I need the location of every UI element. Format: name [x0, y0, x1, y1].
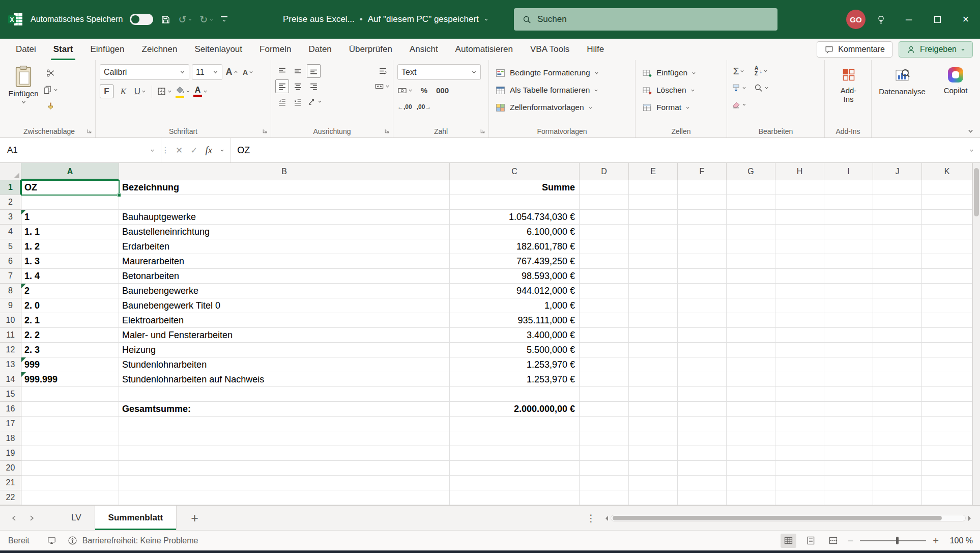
cell-F17[interactable] — [678, 417, 727, 431]
clear-button[interactable] — [731, 98, 746, 112]
copilot-button[interactable]: Copilot — [936, 64, 975, 95]
maximize-button[interactable] — [923, 0, 952, 39]
fill-handle[interactable] — [117, 193, 121, 197]
cell-I22[interactable] — [824, 490, 873, 505]
cell-D19[interactable] — [580, 446, 629, 461]
ribbon-tab-überprüfen[interactable]: Überprüfen — [340, 39, 401, 60]
select-all-corner[interactable] — [0, 163, 21, 180]
cell-B16[interactable]: Gesamtsumme: — [119, 402, 450, 417]
cell-B2[interactable] — [119, 195, 450, 210]
cell-E8[interactable] — [629, 284, 678, 298]
cell-J7[interactable] — [873, 269, 922, 284]
cell-G10[interactable] — [727, 313, 775, 328]
cell-K17[interactable] — [922, 417, 972, 431]
cell-K16[interactable] — [922, 402, 972, 417]
cell-H12[interactable] — [775, 343, 824, 357]
redo-button[interactable]: ↻ — [199, 15, 214, 24]
cell-A14[interactable]: 999.999 — [21, 372, 119, 387]
fill-color-button[interactable] — [175, 85, 190, 98]
row-header-8[interactable]: 8 — [0, 284, 21, 298]
cell-B10[interactable]: Elektroarbeiten — [119, 313, 450, 328]
cell-D16[interactable] — [580, 402, 629, 417]
insert-function-button[interactable]: fx — [206, 145, 213, 156]
cell-C11[interactable]: 3.400,000 € — [450, 328, 580, 343]
cell-I2[interactable] — [824, 195, 873, 210]
row-header-17[interactable]: 17 — [0, 417, 21, 431]
cell-H6[interactable] — [775, 254, 824, 269]
cell-A2[interactable] — [21, 195, 119, 210]
column-header-G[interactable]: G — [727, 163, 775, 180]
number-format-select[interactable]: Text — [397, 64, 481, 80]
autosum-button[interactable]: Σ — [731, 64, 746, 78]
cell-E9[interactable] — [629, 298, 678, 313]
cell-A21[interactable] — [21, 476, 119, 490]
cell-C17[interactable] — [450, 417, 580, 431]
cell-D4[interactable] — [580, 225, 629, 239]
cell-H14[interactable] — [775, 372, 824, 387]
cell-H11[interactable] — [775, 328, 824, 343]
cell-J18[interactable] — [873, 431, 922, 446]
cell-K3[interactable] — [922, 210, 972, 225]
row-header-4[interactable]: 4 — [0, 225, 21, 239]
cell-styles-button[interactable]: Zellenformatvorlagen — [493, 99, 632, 116]
cell-J12[interactable] — [873, 343, 922, 357]
add-sheet-button[interactable]: + — [191, 512, 198, 524]
align-center-button[interactable] — [291, 79, 305, 93]
grow-font-button[interactable]: A — [225, 65, 239, 79]
cell-I14[interactable] — [824, 372, 873, 387]
row-header-16[interactable]: 16 — [0, 402, 21, 417]
cell-D2[interactable] — [580, 195, 629, 210]
cell-A16[interactable] — [21, 402, 119, 417]
column-header-F[interactable]: F — [678, 163, 727, 180]
shrink-font-button[interactable]: A — [241, 65, 255, 79]
sheet-nav-right-icon[interactable] — [28, 514, 36, 522]
cell-K2[interactable] — [922, 195, 972, 210]
cell-G13[interactable] — [727, 357, 775, 372]
cell-E1[interactable] — [629, 180, 678, 195]
ribbon-tab-automatisieren[interactable]: Automatisieren — [447, 39, 522, 60]
cell-I18[interactable] — [824, 431, 873, 446]
cell-I8[interactable] — [824, 284, 873, 298]
cell-F2[interactable] — [678, 195, 727, 210]
column-header-E[interactable]: E — [629, 163, 678, 180]
cell-J20[interactable] — [873, 461, 922, 476]
cell-B5[interactable]: Erdarbeiten — [119, 239, 450, 254]
cell-I12[interactable] — [824, 343, 873, 357]
cell-H8[interactable] — [775, 284, 824, 298]
ribbon-tab-daten[interactable]: Daten — [300, 39, 340, 60]
cell-E12[interactable] — [629, 343, 678, 357]
cancel-icon[interactable]: ✕ — [176, 145, 183, 156]
cell-C6[interactable]: 767.439,250 € — [450, 254, 580, 269]
cell-D17[interactable] — [580, 417, 629, 431]
undo-button[interactable]: ↺ — [178, 15, 192, 24]
cell-H19[interactable] — [775, 446, 824, 461]
horizontal-scrollbar[interactable] — [606, 514, 971, 522]
cell-A9[interactable]: 2. 0 — [21, 298, 119, 313]
expand-formula-bar-icon[interactable] — [969, 148, 974, 153]
cell-D9[interactable] — [580, 298, 629, 313]
cell-J6[interactable] — [873, 254, 922, 269]
cell-G1[interactable] — [727, 180, 775, 195]
cell-D10[interactable] — [580, 313, 629, 328]
cell-G21[interactable] — [727, 476, 775, 490]
cell-K20[interactable] — [922, 461, 972, 476]
cell-C16[interactable]: 2.000.000,00 € — [450, 402, 580, 417]
cell-K12[interactable] — [922, 343, 972, 357]
cell-B8[interactable]: Baunebengewerke — [119, 284, 450, 298]
cell-J11[interactable] — [873, 328, 922, 343]
font-color-button[interactable]: A — [193, 85, 208, 98]
cell-G14[interactable] — [727, 372, 775, 387]
cell-F3[interactable] — [678, 210, 727, 225]
row-header-20[interactable]: 20 — [0, 461, 21, 476]
column-header-B[interactable]: B — [119, 163, 450, 180]
cell-D7[interactable] — [580, 269, 629, 284]
italic-button[interactable]: K — [117, 85, 130, 98]
cell-H22[interactable] — [775, 490, 824, 505]
vertical-scrollbar[interactable] — [972, 163, 980, 505]
cell-G19[interactable] — [727, 446, 775, 461]
cell-J17[interactable] — [873, 417, 922, 431]
page-break-view-button[interactable] — [825, 534, 841, 548]
cell-I4[interactable] — [824, 225, 873, 239]
cell-B4[interactable]: Baustelleneinrichtung — [119, 225, 450, 239]
cell-J3[interactable] — [873, 210, 922, 225]
